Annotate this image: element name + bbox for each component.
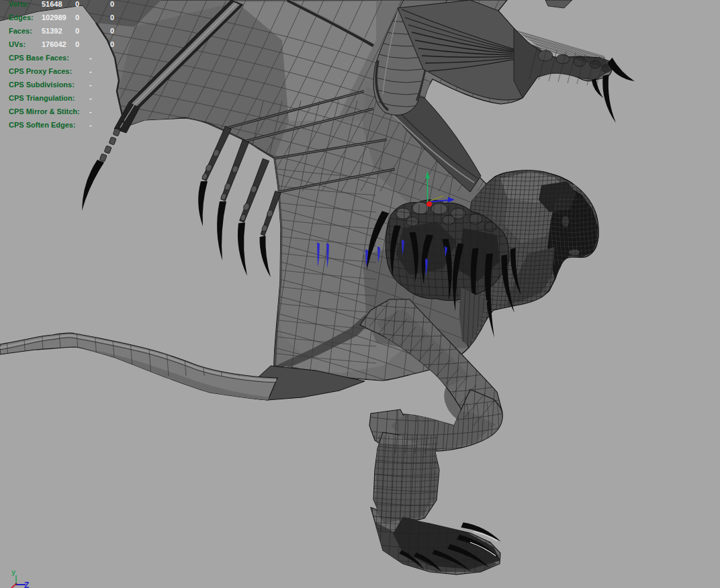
svg-text:-: - [89,54,92,62]
svg-text:0: 0 [75,40,79,48]
svg-text:0: 0 [110,0,114,8]
svg-text:0: 0 [110,40,114,48]
svg-text:0: 0 [75,0,79,8]
svg-text:CPS Proxy Faces:: CPS Proxy Faces: [9,67,72,75]
svg-text:CPS Soften Edges:: CPS Soften Edges: [9,121,76,129]
svg-text:-: - [89,81,92,89]
svg-text:Faces:: Faces: [9,27,32,35]
svg-text:-: - [89,67,92,75]
svg-text:Edges:: Edges: [9,13,34,21]
svg-text:y: y [11,568,16,576]
svg-text:CPS Mirror & Stitch:: CPS Mirror & Stitch: [9,107,80,115]
svg-text:51392: 51392 [42,27,62,35]
svg-text:0: 0 [110,27,114,35]
svg-text:102989: 102989 [42,13,66,21]
svg-text:Verts:: Verts: [9,0,30,8]
svg-text:Z: Z [24,581,29,588]
svg-text:0: 0 [75,27,79,35]
svg-text:0: 0 [110,13,114,21]
svg-text:CPS Subdivisions:: CPS Subdivisions: [9,81,75,89]
svg-text:-: - [89,94,92,102]
svg-text:UVs:: UVs: [9,40,26,48]
svg-text:-: - [89,121,92,129]
svg-text:CPS Triangulation:: CPS Triangulation: [9,94,75,102]
svg-text:0: 0 [75,13,79,21]
svg-text:CPS Base Faces:: CPS Base Faces: [9,54,69,62]
svg-text:51648: 51648 [42,0,62,8]
svg-text:176042: 176042 [42,40,66,48]
svg-text:-: - [89,107,92,115]
